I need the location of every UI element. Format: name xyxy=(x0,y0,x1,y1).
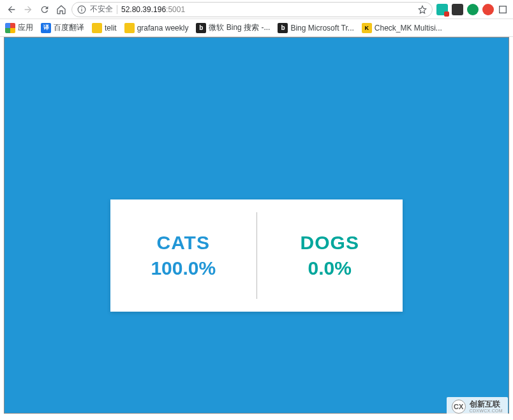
dogs-label: DOGS xyxy=(301,232,359,254)
extension-icon-4[interactable] xyxy=(482,4,494,15)
dogs-value: 0.0% xyxy=(308,257,352,279)
bing-icon: b xyxy=(278,23,288,33)
vote-result-card: CATS 100.0% DOGS 0.0% xyxy=(110,199,403,312)
watermark-main: 创新互联 xyxy=(470,400,503,409)
watermark: CX 创新互联 CDXWCX.COM xyxy=(447,397,508,416)
bookmark-bing-ms[interactable]: b Bing Microsoft Tr... xyxy=(278,23,353,33)
bookmark-label: 百度翻译 xyxy=(54,22,84,33)
nav-reload-button[interactable] xyxy=(38,3,51,16)
bookmark-label: Bing Microsoft Tr... xyxy=(290,24,353,33)
address-bar[interactable]: 不安全 52.80.39.196:5001 xyxy=(71,2,433,17)
bookmarks-bar: 应用 译 百度翻译 telit grafana weekly b 微软 Bing… xyxy=(0,19,513,37)
bing-icon: b xyxy=(196,23,206,33)
bookmark-label: 应用 xyxy=(18,22,33,33)
extension-icon-1[interactable] xyxy=(436,4,448,15)
bookmark-label: grafana weekly xyxy=(137,24,189,33)
bookmark-apps[interactable]: 应用 xyxy=(5,22,33,33)
extension-icon-5[interactable] xyxy=(498,4,508,15)
cats-label: CATS xyxy=(157,232,210,254)
bookmark-bing-cn[interactable]: b 微软 Bing 搜索 -... xyxy=(196,22,270,33)
apps-icon xyxy=(5,23,15,33)
arrow-left-icon xyxy=(6,4,17,15)
page-viewport: CATS 100.0% DOGS 0.0% xyxy=(4,37,509,414)
nav-forward-button[interactable] xyxy=(22,3,34,16)
arrow-right-icon xyxy=(23,4,33,15)
bookmark-star-icon[interactable] xyxy=(418,5,427,14)
watermark-sub: CDXWCX.COM xyxy=(470,409,503,414)
watermark-text: 创新互联 CDXWCX.COM xyxy=(470,400,503,414)
folder-icon xyxy=(124,23,135,33)
info-icon xyxy=(77,5,86,14)
check-mk-icon: K xyxy=(362,23,372,33)
bookmark-telit[interactable]: telit xyxy=(92,23,117,33)
bookmark-label: Check_MK Multisi... xyxy=(375,24,442,33)
folder-icon xyxy=(92,23,102,33)
site-insecure-label: 不安全 xyxy=(90,4,113,15)
result-cats: CATS 100.0% xyxy=(110,199,256,312)
address-separator xyxy=(117,5,117,14)
reload-icon xyxy=(40,4,50,15)
extension-icon-3[interactable] xyxy=(467,4,479,15)
bookmark-check-mk[interactable]: K Check_MK Multisi... xyxy=(362,23,442,33)
watermark-logo: CX xyxy=(452,400,466,414)
browser-navbar: 不安全 52.80.39.196:5001 xyxy=(0,0,513,19)
translate-icon: 译 xyxy=(41,23,51,33)
bookmark-baidu-translate[interactable]: 译 百度翻译 xyxy=(41,22,84,33)
svg-rect-1 xyxy=(81,8,82,11)
bookmark-label: telit xyxy=(105,24,117,33)
home-icon xyxy=(56,4,66,15)
nav-back-button[interactable] xyxy=(5,3,18,16)
bookmark-label: 微软 Bing 搜索 -... xyxy=(209,22,270,33)
extension-icon-2[interactable] xyxy=(452,4,463,15)
bookmark-grafana[interactable]: grafana weekly xyxy=(124,23,189,33)
svg-rect-3 xyxy=(500,6,507,13)
cats-value: 100.0% xyxy=(151,257,216,279)
result-dogs: DOGS 0.0% xyxy=(257,199,403,312)
svg-rect-2 xyxy=(81,7,82,8)
address-url: 52.80.39.196:5001 xyxy=(121,5,414,14)
nav-home-button[interactable] xyxy=(55,3,68,16)
